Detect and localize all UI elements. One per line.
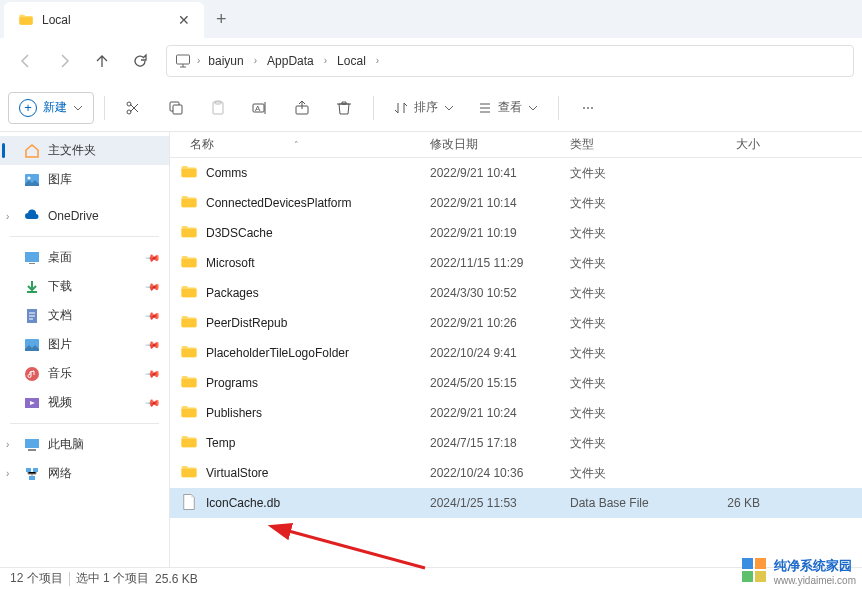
- folder-icon: [180, 373, 200, 393]
- file-row[interactable]: Publishers 2022/9/21 10:24 文件夹: [170, 398, 862, 428]
- file-type: 文件夹: [570, 195, 690, 212]
- copy-button[interactable]: [157, 89, 195, 127]
- close-tab-icon[interactable]: ✕: [178, 12, 190, 28]
- svg-rect-25: [755, 558, 766, 569]
- file-date: 2022/9/21 10:14: [430, 196, 570, 210]
- cloud-icon: [24, 208, 40, 224]
- sort-indicator-icon: ˄: [294, 140, 299, 150]
- svg-rect-18: [25, 439, 39, 448]
- file-row[interactable]: PlaceholderTileLogoFolder 2022/10/24 9:4…: [170, 338, 862, 368]
- window-tab[interactable]: Local ✕: [4, 2, 204, 38]
- svg-rect-26: [742, 571, 753, 582]
- address-bar[interactable]: › baiyun› AppData› Local›: [166, 45, 854, 77]
- pin-icon: 📌: [145, 278, 161, 294]
- svg-rect-0: [177, 55, 190, 64]
- svg-rect-21: [33, 468, 38, 472]
- file-row[interactable]: Programs 2024/5/20 15:15 文件夹: [170, 368, 862, 398]
- folder-icon: [18, 12, 34, 28]
- file-type: 文件夹: [570, 225, 690, 242]
- sidebar-item-thispc[interactable]: ›此电脑: [0, 430, 169, 459]
- file-type: 文件夹: [570, 285, 690, 302]
- new-label: 新建: [43, 99, 67, 116]
- sidebar-item-downloads[interactable]: 下载📌: [0, 272, 169, 301]
- file-list: Comms 2022/9/21 10:41 文件夹 ConnectedDevic…: [170, 158, 862, 567]
- svg-rect-19: [28, 449, 36, 451]
- file-name: IconCache.db: [206, 496, 430, 510]
- file-row[interactable]: Packages 2024/3/30 10:52 文件夹: [170, 278, 862, 308]
- file-type: 文件夹: [570, 465, 690, 482]
- col-size[interactable]: 大小: [690, 136, 760, 153]
- file-type: 文件夹: [570, 315, 690, 332]
- file-row[interactable]: PeerDistRepub 2022/9/21 10:26 文件夹: [170, 308, 862, 338]
- svg-rect-24: [742, 558, 753, 569]
- paste-button[interactable]: [199, 89, 237, 127]
- tab-title: Local: [42, 13, 170, 27]
- svg-point-11: [28, 176, 31, 179]
- pin-icon: 📌: [145, 365, 161, 381]
- crumb-local[interactable]: Local: [331, 50, 372, 72]
- pin-icon: 📌: [145, 249, 161, 265]
- sidebar-item-music[interactable]: 音乐📌: [0, 359, 169, 388]
- delete-button[interactable]: [325, 89, 363, 127]
- video-icon: [24, 395, 40, 411]
- sort-icon: [394, 101, 408, 115]
- folder-icon: [180, 283, 200, 303]
- file-row[interactable]: Temp 2024/7/15 17:18 文件夹: [170, 428, 862, 458]
- sidebar-item-home[interactable]: 主文件夹: [0, 136, 169, 165]
- file-row[interactable]: IconCache.db 2024/1/25 11:53 Data Base F…: [170, 488, 862, 518]
- chevron-right-icon: ›: [6, 468, 9, 479]
- file-row[interactable]: Microsoft 2022/11/15 11:29 文件夹: [170, 248, 862, 278]
- image-icon: [24, 172, 40, 188]
- folder-icon: [180, 463, 200, 483]
- refresh-button[interactable]: [122, 43, 158, 79]
- new-tab-button[interactable]: +: [204, 9, 239, 30]
- new-button[interactable]: + 新建: [8, 92, 94, 124]
- file-name: VirtualStore: [206, 466, 430, 480]
- col-type[interactable]: 类型: [570, 136, 690, 153]
- chevron-down-icon: [444, 103, 454, 113]
- view-button[interactable]: 查看: [468, 89, 548, 127]
- col-name[interactable]: 名称: [190, 136, 214, 153]
- file-name: PeerDistRepub: [206, 316, 430, 330]
- file-type: 文件夹: [570, 375, 690, 392]
- sidebar-item-gallery[interactable]: 图库: [0, 165, 169, 194]
- folder-icon: [180, 403, 200, 423]
- file-row[interactable]: D3DSCache 2022/9/21 10:19 文件夹: [170, 218, 862, 248]
- sidebar-item-documents[interactable]: 文档📌: [0, 301, 169, 330]
- home-icon: [24, 143, 40, 159]
- share-button[interactable]: [283, 89, 321, 127]
- crumb-appdata[interactable]: AppData: [261, 50, 320, 72]
- sidebar-item-onedrive[interactable]: › OneDrive: [0, 202, 169, 230]
- svg-rect-13: [29, 263, 35, 264]
- sidebar-item-desktop[interactable]: 桌面📌: [0, 243, 169, 272]
- cut-button[interactable]: [115, 89, 153, 127]
- file-name: Packages: [206, 286, 430, 300]
- file-date: 2022/9/21 10:41: [430, 166, 570, 180]
- back-button[interactable]: [8, 43, 44, 79]
- file-row[interactable]: Comms 2022/9/21 10:41 文件夹: [170, 158, 862, 188]
- file-name: Temp: [206, 436, 430, 450]
- sidebar-item-videos[interactable]: 视频📌: [0, 388, 169, 417]
- sidebar: 主文件夹 图库 › OneDrive 桌面📌 下载📌 文档📌 图片📌 音乐📌 视…: [0, 132, 170, 567]
- folder-icon: [180, 223, 200, 243]
- rename-button[interactable]: A: [241, 89, 279, 127]
- file-row[interactable]: ConnectedDevicesPlatform 2022/9/21 10:14…: [170, 188, 862, 218]
- file-type: 文件夹: [570, 255, 690, 272]
- sidebar-item-pictures[interactable]: 图片📌: [0, 330, 169, 359]
- up-button[interactable]: [84, 43, 120, 79]
- col-date[interactable]: 修改日期: [430, 136, 570, 153]
- sidebar-item-network[interactable]: ›网络: [0, 459, 169, 488]
- crumb-baiyun[interactable]: baiyun: [202, 50, 249, 72]
- music-icon: [24, 366, 40, 382]
- forward-button[interactable]: [46, 43, 82, 79]
- file-size: 26 KB: [690, 496, 760, 510]
- more-button[interactable]: ⋯: [569, 89, 607, 127]
- sort-button[interactable]: 排序: [384, 89, 464, 127]
- file-name: Programs: [206, 376, 430, 390]
- column-headers[interactable]: 名称˄ 修改日期 类型 大小: [170, 132, 862, 158]
- pin-icon: 📌: [145, 307, 161, 323]
- file-row[interactable]: VirtualStore 2022/10/24 10:36 文件夹: [170, 458, 862, 488]
- file-date: 2022/9/21 10:19: [430, 226, 570, 240]
- file-date: 2022/10/24 10:36: [430, 466, 570, 480]
- breadcrumb: baiyun› AppData› Local›: [202, 50, 381, 72]
